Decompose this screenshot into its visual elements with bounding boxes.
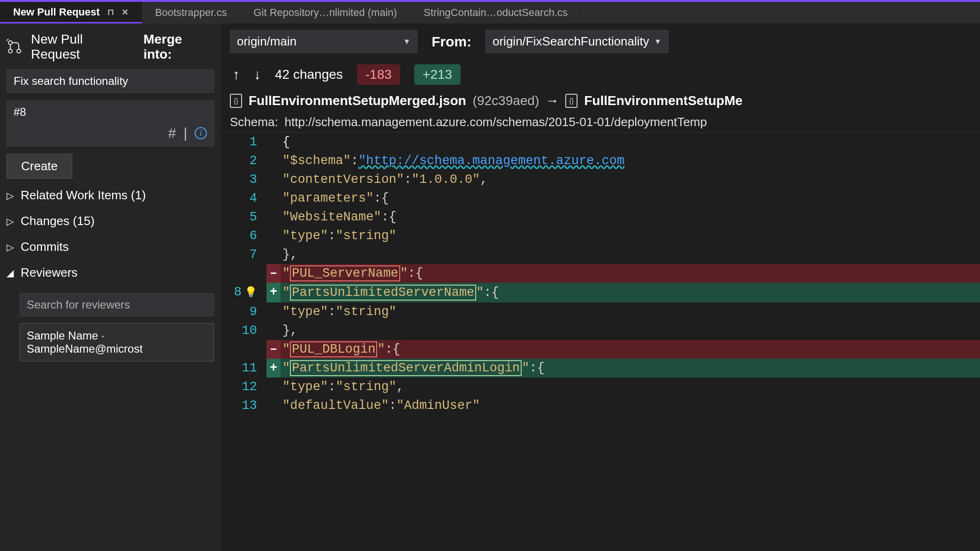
diff-marker (266, 302, 281, 321)
left-file-rev: (92c39aed) (473, 93, 539, 108)
diff-line[interactable]: 5 "WebsiteName": { (220, 208, 980, 226)
line-number: 8💡 (220, 283, 266, 302)
diff-line[interactable]: 12 "type": "string", (220, 377, 980, 396)
line-number: 12 (220, 377, 266, 396)
json-file-icon: {} (565, 94, 577, 108)
diff-line[interactable]: 1{ (220, 133, 980, 151)
line-number (220, 264, 266, 283)
line-number: 11 (220, 359, 266, 377)
chevron-right-icon: ▷ (7, 190, 17, 201)
file-compare-bar: {} FullEnvironmentSetupMerged.json (92c3… (220, 90, 980, 112)
svg-point-2 (17, 49, 21, 53)
diff-line-added[interactable]: 8💡+ "PartsUnlimitedServerName": { (220, 283, 980, 302)
diff-marker (266, 321, 281, 340)
line-number: 13 (220, 396, 266, 415)
minus-icon: – (266, 264, 281, 283)
chevron-right-icon: ▷ (7, 216, 17, 227)
line-number: 4 (220, 189, 266, 208)
diff-marker (266, 189, 281, 208)
next-change-icon[interactable]: ↓ (254, 67, 261, 83)
tab-new-pull-request[interactable]: New Pull Request ⊓ ✕ (0, 2, 142, 23)
section-related-work-items[interactable]: ▷ Related Work Items (1) (7, 186, 214, 204)
reviewer-search-input[interactable] (20, 293, 214, 317)
tab-git-repository[interactable]: Git Repository…nlimited (main) (240, 2, 410, 23)
chevron-down-icon: ▼ (403, 38, 410, 46)
merge-into-select[interactable]: origin/main ▼ (230, 30, 418, 53)
changes-count: 42 changes (275, 67, 343, 82)
diff-line-deleted[interactable]: – "PUL_DBLogin": { (220, 340, 980, 359)
line-number (220, 340, 266, 359)
diff-line-deleted[interactable]: – "PUL_ServerName": { (220, 264, 980, 283)
section-label: Reviewers (21, 265, 77, 280)
merge-into-value: origin/main (237, 34, 296, 49)
diff-marker (266, 245, 281, 264)
diff-line[interactable]: 4 "parameters": { (220, 189, 980, 208)
hash-icon[interactable]: # (168, 125, 176, 141)
chevron-down-icon: ◢ (7, 267, 17, 279)
line-number: 10 (220, 321, 266, 340)
line-number: 9 (220, 302, 266, 321)
section-commits[interactable]: ▷ Commits (7, 238, 214, 256)
code-text: }, (281, 321, 980, 340)
pr-description-box[interactable]: #8 # | i (7, 100, 214, 146)
additions-pill: +213 (414, 64, 461, 85)
pin-icon[interactable]: ⊓ (107, 7, 114, 17)
diff-marker (266, 151, 281, 170)
diff-view[interactable]: 1{2 "$schema": "http://schema.management… (220, 133, 980, 551)
diff-line[interactable]: 6 "type": "string" (220, 226, 980, 245)
from-value: origin/FixSearchFunctionality (493, 34, 649, 49)
code-text: "PartsUnlimitedServerName": { (281, 283, 980, 302)
arrow-right-icon: → (546, 93, 559, 108)
diff-line[interactable]: 7 }, (220, 245, 980, 264)
reviewer-chip[interactable]: Sample Name · SampleName@microst (20, 323, 214, 362)
section-changes[interactable]: ▷ Changes (15) (7, 212, 214, 230)
lightbulb-icon[interactable]: 💡 (242, 287, 257, 299)
code-text: }, (281, 245, 980, 264)
right-file-name: FullEnvironmentSetupMe (584, 93, 743, 108)
plus-icon: + (266, 283, 281, 302)
code-text: "type": "string", (281, 377, 980, 396)
line-number: 5 (220, 208, 266, 226)
tab-bootstrapper[interactable]: Bootstrapper.cs (142, 2, 241, 23)
code-text: "PartsUnlimitedServerAdminLogin": { (281, 359, 980, 377)
minus-icon: – (266, 340, 281, 359)
line-number: 7 (220, 245, 266, 264)
merge-into-label: Merge into: (144, 32, 214, 62)
plus-icon: + (266, 359, 281, 377)
chevron-right-icon: ▷ (7, 242, 17, 253)
close-icon[interactable]: ✕ (122, 7, 129, 17)
diff-line[interactable]: 10 }, (220, 321, 980, 340)
from-branch-select[interactable]: origin/FixSearchFunctionality ▼ (486, 30, 669, 53)
create-button[interactable]: Create (7, 154, 72, 179)
section-label: Related Work Items (1) (21, 188, 146, 203)
diff-line[interactable]: 13 "defaultValue": "AdminUser" (220, 396, 980, 415)
line-number: 3 (220, 170, 266, 189)
diff-line[interactable]: 9 "type": "string" (220, 302, 980, 321)
schema-value[interactable]: http://schema.management.azure.com/schem… (285, 115, 707, 129)
chevron-down-icon: ▼ (654, 38, 661, 46)
code-text: "PUL_ServerName": { (281, 264, 980, 283)
code-text: "WebsiteName": { (281, 208, 980, 226)
code-text: "PUL_DBLogin": { (281, 340, 980, 359)
diff-line[interactable]: 3 "contentVersion": "1.0.0.0", (220, 170, 980, 189)
info-icon[interactable]: i (195, 127, 207, 139)
tab-label: StringContain…oductSearch.cs (424, 7, 568, 19)
diff-marker (266, 396, 281, 415)
svg-point-0 (8, 41, 12, 45)
code-text: "parameters": { (281, 189, 980, 208)
section-reviewers[interactable]: ◢ Reviewers (7, 264, 214, 282)
merge-bar: origin/main ▼ From: origin/FixSearchFunc… (220, 23, 980, 60)
diff-marker (266, 208, 281, 226)
diff-line-added[interactable]: 11+ "PartsUnlimitedServerAdminLogin": { (220, 359, 980, 377)
diff-line[interactable]: 2 "$schema": "http://schema.management.a… (220, 151, 980, 170)
prev-change-icon[interactable]: ↑ (233, 67, 240, 83)
schema-bar: Schema: http://schema.management.azure.c… (220, 112, 980, 133)
pr-title-input[interactable] (7, 69, 214, 93)
tab-label: Bootstrapper.cs (155, 7, 227, 19)
code-text: "$schema": "http://schema.management.azu… (281, 151, 980, 170)
section-label: Changes (15) (21, 214, 95, 228)
line-number: 6 (220, 226, 266, 245)
diff-marker (266, 170, 281, 189)
tab-string-contain[interactable]: StringContain…oductSearch.cs (410, 2, 581, 23)
from-label: From: (432, 34, 471, 50)
